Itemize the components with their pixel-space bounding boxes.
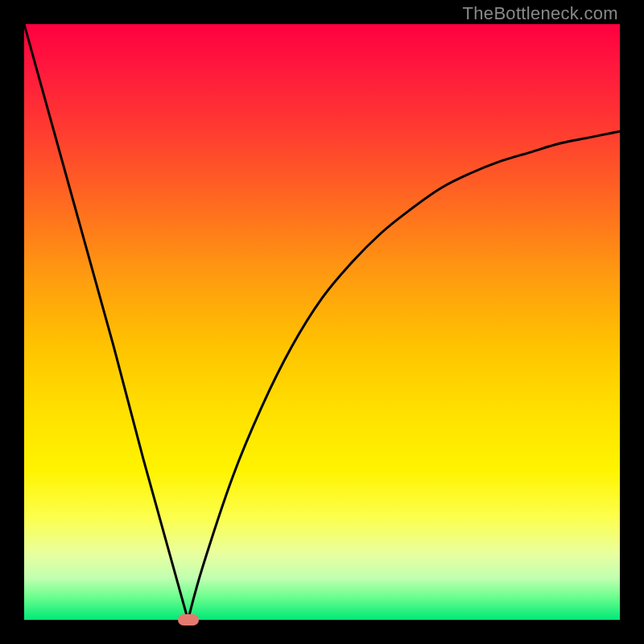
plot-area xyxy=(24,24,620,620)
minimum-marker xyxy=(178,614,199,625)
bottleneck-curve xyxy=(24,24,620,620)
attribution-text: TheBottleneck.com xyxy=(463,3,618,24)
